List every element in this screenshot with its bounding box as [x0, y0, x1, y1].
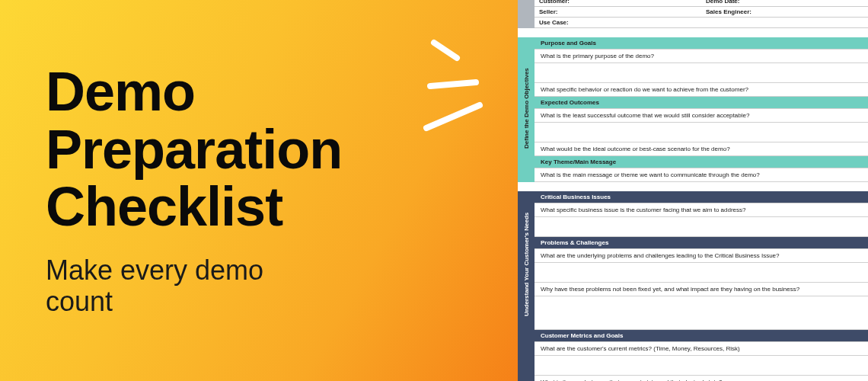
- demo-date-label: Demo Date:: [701, 0, 868, 6]
- question-row: What is the main message or theme we wan…: [535, 168, 868, 182]
- info-row: Customer: Demo Date:: [535, 0, 868, 7]
- answer-space: [535, 217, 868, 237]
- hero-panel: Demo Preparation Checklist Make every de…: [0, 0, 525, 381]
- hero-subtitle: Make every demo count: [46, 255, 480, 318]
- subtitle-line-1: Make every demo: [46, 255, 480, 286]
- problems-header: Problems & Challenges: [535, 237, 868, 249]
- section-gap: [518, 28, 868, 37]
- title-line-3: Checklist: [46, 178, 480, 236]
- top-info-section: Customer: Demo Date: Seller: Sales Engin…: [518, 0, 868, 28]
- customer-needs-section: Understand Your Customer's Needs Critica…: [518, 191, 868, 381]
- section-gap: [518, 182, 868, 191]
- theme-header: Key Theme/Main Message: [535, 156, 868, 168]
- question-row: What would be the ideal outcome or best-…: [535, 142, 868, 156]
- info-row: Use Case:: [535, 18, 868, 28]
- answer-space: [535, 263, 868, 283]
- answer-space: [535, 356, 868, 376]
- question-row: Why have these problems not been fixed y…: [535, 283, 868, 296]
- purpose-header: Purpose and Goals: [535, 37, 868, 50]
- sales-engineer-label: Sales Engineer:: [701, 7, 868, 17]
- cbi-header: Critical Business Issues: [535, 191, 868, 203]
- answer-space: [535, 296, 868, 330]
- seller-label: Seller:: [535, 7, 701, 17]
- question-row: What specific behavior or reaction do we…: [535, 83, 868, 97]
- checklist-document: Customer: Demo Date: Seller: Sales Engin…: [518, 0, 868, 381]
- hero-title: Demo Preparation Checklist: [46, 63, 480, 236]
- subtitle-line-2: count: [46, 286, 480, 317]
- customer-needs-vlabel: Understand Your Customer's Needs: [523, 213, 530, 316]
- question-row: What specific business issue is the cust…: [535, 203, 868, 217]
- customer-label: Customer:: [535, 0, 701, 6]
- question-row: What are the underlying problems and cha…: [535, 249, 868, 263]
- answer-space: [535, 63, 868, 83]
- use-case-label: Use Case:: [535, 18, 868, 27]
- question-row: What is the gap between their current st…: [535, 376, 868, 381]
- question-row: What is the primary purpose of the demo?: [535, 50, 868, 63]
- objectives-section: Define the Demo Objectives Purpose and G…: [518, 37, 868, 182]
- answer-space: [535, 123, 868, 142]
- question-row: What is the least successful outcome tha…: [535, 109, 868, 123]
- title-line-1: Demo: [46, 63, 480, 121]
- metrics-header: Customer Metrics and Goals: [535, 330, 868, 342]
- objectives-vlabel: Define the Demo Objectives: [523, 68, 530, 149]
- outcomes-header: Expected Outcomes: [535, 97, 868, 109]
- info-row: Seller: Sales Engineer:: [535, 7, 868, 18]
- title-line-2: Preparation: [46, 121, 480, 179]
- question-row: What are the customer's current metrics?…: [535, 342, 868, 356]
